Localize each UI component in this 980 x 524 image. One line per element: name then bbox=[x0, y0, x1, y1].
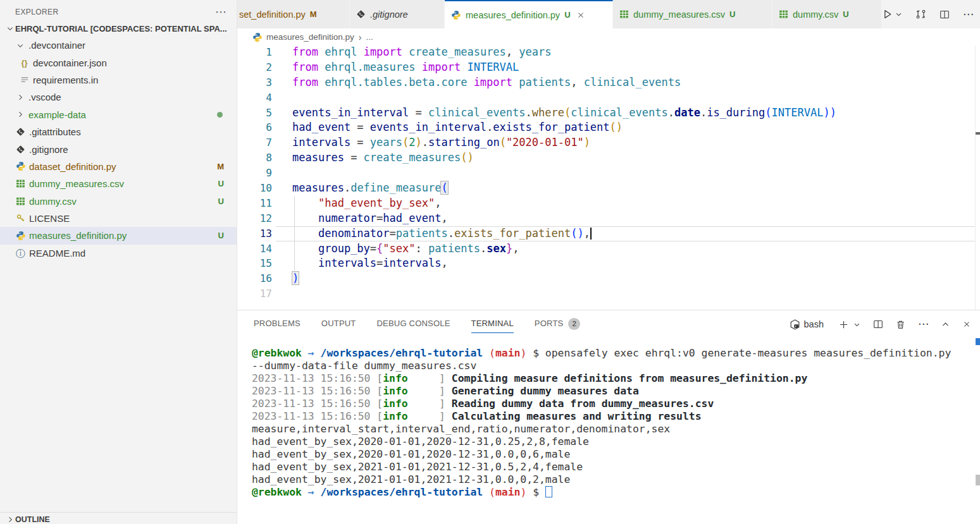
git-icon bbox=[356, 9, 366, 19]
tree-item-dummy-measures.csv[interactable]: dummy_measures.csvU bbox=[0, 175, 237, 192]
code-line-11: 11 "had_event_by_sex", bbox=[237, 196, 980, 211]
more-actions-icon[interactable]: ⋯ bbox=[963, 12, 974, 17]
terminal-output[interactable]: @rebkwok → /workspaces/ehrql-tutorial (m… bbox=[252, 347, 972, 524]
git-status-badge: U bbox=[218, 197, 224, 206]
code-line-6: 6had_event = events_in_interval.exists_f… bbox=[237, 120, 980, 135]
tab-.gitignore[interactable]: .gitignore bbox=[350, 0, 445, 28]
line-number: 11 bbox=[237, 196, 272, 211]
maximize-panel-icon[interactable] bbox=[941, 320, 950, 329]
tree-item-license[interactable]: LICENSE bbox=[0, 210, 237, 227]
tab-dummy.csv[interactable]: dummy.csvU bbox=[772, 0, 882, 28]
list-icon bbox=[19, 75, 30, 84]
panel-tab-label: PROBLEMS bbox=[254, 319, 301, 333]
run-dropdown-icon[interactable] bbox=[895, 11, 902, 18]
terminal-dropdown-icon[interactable] bbox=[853, 321, 860, 328]
terminal-command-decoration bbox=[976, 338, 980, 345]
bash-icon bbox=[790, 319, 800, 330]
tree-root-label: EHRQL-TUTORIAL [CODESPACES: POTENTIAL SP… bbox=[15, 24, 227, 34]
git-status-badge: M bbox=[310, 9, 317, 19]
terminal-line-6: 2023-11-13 15:16:50 [info ] Calculating … bbox=[252, 410, 972, 423]
run-icon[interactable] bbox=[882, 9, 893, 20]
code-line-13: 13 denominator=patients.exists_for_patie… bbox=[237, 226, 980, 241]
panel-tab-debug-console[interactable]: DEBUG CONSOLE bbox=[377, 319, 450, 333]
chevron-right-icon bbox=[15, 94, 25, 101]
code-line-7: 7intervals = years(2).starting_on("2020-… bbox=[237, 135, 980, 150]
tree-root-folder[interactable]: EHRQL-TUTORIAL [CODESPACES: POTENTIAL SP… bbox=[0, 20, 237, 37]
file-label: dummy_measures.csv bbox=[29, 178, 124, 189]
open-changes-icon[interactable] bbox=[915, 9, 926, 20]
new-terminal-icon[interactable] bbox=[839, 320, 848, 329]
code-line-8: 8measures = create_measures() bbox=[237, 150, 980, 166]
line-number: 5 bbox=[237, 106, 272, 121]
git-changes-dot bbox=[217, 112, 223, 118]
split-editor-icon[interactable] bbox=[940, 9, 950, 20]
line-number: 8 bbox=[237, 150, 272, 166]
git-status-badge: U bbox=[564, 10, 570, 20]
code-line-10: 10measures.define_measure( bbox=[237, 181, 980, 196]
line-number: 1 bbox=[237, 45, 272, 60]
file-label: dataset_definition.py bbox=[29, 161, 116, 172]
tree-item-dataset-definition.py[interactable]: dataset_definition.pyM bbox=[0, 158, 237, 175]
terminal-scrollbar-thumb[interactable] bbox=[976, 475, 980, 485]
explorer-header: EXPLORER ⋯ bbox=[0, 0, 237, 20]
chevron-right-icon: › bbox=[359, 32, 362, 42]
tab-set-definition.py[interactable]: set_definition.pyM bbox=[237, 0, 350, 28]
chevron-right-icon bbox=[5, 516, 15, 523]
tree-item-.devcontainer[interactable]: .devcontainer bbox=[0, 37, 237, 54]
code-line-16: 16) bbox=[237, 271, 980, 286]
breadcrumb: measures_definition.py › ... bbox=[237, 28, 980, 46]
editor-actions: ⋯ bbox=[882, 0, 980, 28]
terminal-line-3: 2023-11-13 15:16:50 [info ] Compiling me… bbox=[252, 372, 972, 385]
line-number: 13 bbox=[237, 226, 272, 241]
file-label: README.md bbox=[29, 248, 85, 259]
tree-item-dummy.csv[interactable]: dummy.csvU bbox=[0, 193, 237, 210]
code-line-12: 12 numerator=had_event, bbox=[237, 211, 980, 226]
panel-tab-ports[interactable]: PORTS2 bbox=[535, 318, 581, 334]
outline-section-header[interactable]: OUTLINE bbox=[0, 515, 50, 524]
split-terminal-icon[interactable] bbox=[873, 319, 883, 329]
chevron-right-icon bbox=[15, 111, 25, 118]
kill-terminal-icon[interactable] bbox=[896, 320, 905, 329]
line-number: 16 bbox=[237, 271, 272, 286]
file-label: requirements.in bbox=[33, 75, 98, 85]
close-panel-icon[interactable] bbox=[962, 320, 971, 329]
file-label: .devcontainer bbox=[28, 40, 85, 51]
breadcrumb-file[interactable]: measures_definition.py bbox=[266, 32, 354, 42]
csv-icon bbox=[15, 197, 26, 206]
tree-item-example-data[interactable]: example-data bbox=[0, 106, 237, 123]
git-status-badge: U bbox=[729, 9, 735, 19]
tab-measures-definition.py[interactable]: measures_definition.pyU bbox=[445, 0, 613, 29]
line-number: 14 bbox=[237, 241, 272, 257]
code-line-3: 3from ehrql.tables.beta.core import pati… bbox=[237, 75, 980, 90]
tree-item-measures-definition.py[interactable]: measures_definition.pyU bbox=[0, 227, 237, 244]
shell-label: bash bbox=[804, 319, 824, 329]
panel-tab-output[interactable]: OUTPUT bbox=[321, 319, 356, 333]
tree-item-requirements.in[interactable]: requirements.in bbox=[0, 71, 237, 88]
tree-item-.gitignore[interactable]: .gitignore bbox=[0, 140, 237, 157]
code-line-9: 9 bbox=[237, 166, 980, 181]
sidebar-explorer: EXPLORER ⋯ EHRQL-TUTORIAL [CODESPACES: P… bbox=[0, 0, 237, 524]
git-status-badge: U bbox=[218, 179, 224, 188]
csv-icon bbox=[15, 179, 26, 188]
python-icon bbox=[15, 231, 26, 241]
tab-dummy-measures.csv[interactable]: dummy_measures.csvU bbox=[613, 0, 772, 28]
terminal-profile[interactable]: bash bbox=[790, 319, 824, 330]
key-icon bbox=[15, 214, 26, 223]
panel-tab-label: PORTS bbox=[535, 319, 564, 333]
explorer-more-icon[interactable]: ⋯ bbox=[215, 9, 226, 15]
tab-label: set_definition.py bbox=[239, 9, 306, 20]
tree-item-devcontainer.json[interactable]: {}devcontainer.json bbox=[0, 54, 237, 71]
panel-tab-terminal[interactable]: TERMINAL bbox=[471, 319, 514, 333]
braces-icon: {} bbox=[19, 58, 30, 68]
panel-tab-bar: PROBLEMSOUTPUTDEBUG CONSOLETERMINALPORTS… bbox=[237, 310, 580, 341]
close-icon[interactable] bbox=[576, 11, 585, 20]
outline-divider bbox=[0, 512, 237, 513]
tree-item-.gitattributes[interactable]: .gitattributes bbox=[0, 123, 237, 140]
tree-item-readme.md[interactable]: ⓘREADME.md bbox=[0, 245, 237, 262]
breadcrumb-symbol[interactable]: ... bbox=[366, 32, 373, 42]
code-editor[interactable]: 1from ehrql import create_measures, year… bbox=[237, 45, 980, 310]
panel-tab-problems[interactable]: PROBLEMS bbox=[254, 319, 301, 333]
tree-item-.vscode[interactable]: .vscode bbox=[0, 88, 237, 106]
panel-more-icon[interactable]: ⋯ bbox=[918, 322, 929, 327]
code-line-17: 17 bbox=[237, 286, 980, 302]
